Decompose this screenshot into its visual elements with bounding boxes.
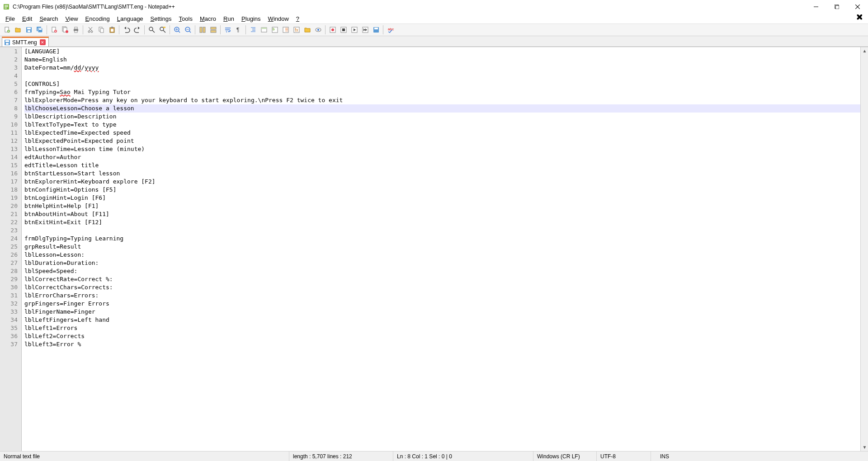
- new-file-button[interactable]: [2, 25, 12, 35]
- code-line[interactable]: lblSpeed=Speed:: [24, 267, 860, 275]
- code-line[interactable]: edtTitle=Lesson title: [24, 161, 860, 169]
- status-eol[interactable]: Windows (CR LF): [533, 452, 597, 461]
- menu-plugins[interactable]: Plugins: [238, 14, 264, 23]
- code-line[interactable]: frmDlgTyping=Typing Learning: [24, 235, 860, 243]
- paste-button[interactable]: [107, 25, 117, 35]
- code-line[interactable]: lblLeft1=Errors: [24, 324, 860, 332]
- indent-guide-button[interactable]: [248, 25, 258, 35]
- code-line[interactable]: edtAuthor=Author: [24, 153, 860, 161]
- record-button[interactable]: [327, 25, 338, 35]
- cut-button[interactable]: [85, 25, 95, 35]
- code-line[interactable]: btnAboutHint=About [F11]: [24, 210, 860, 218]
- open-file-button[interactable]: [13, 25, 23, 35]
- zoom-out-button[interactable]: [183, 25, 193, 35]
- doc-list-button[interactable]: [280, 25, 291, 35]
- doc-map-button[interactable]: [269, 25, 280, 35]
- code-line[interactable]: lblFingerName=Finger: [24, 308, 860, 316]
- stop-record-button[interactable]: [338, 25, 349, 35]
- menu-run[interactable]: Run: [220, 14, 238, 23]
- folder-button[interactable]: [302, 25, 312, 35]
- code-line[interactable]: [CONTROLS]: [24, 80, 860, 88]
- menu-search[interactable]: Search: [36, 14, 61, 23]
- code-line[interactable]: grpFingers=Finger Errors: [24, 300, 860, 308]
- maximize-button[interactable]: [826, 0, 847, 14]
- minimize-button[interactable]: [806, 0, 826, 14]
- zoom-in-button[interactable]: [172, 25, 182, 35]
- menu-edit[interactable]: Edit: [19, 14, 36, 23]
- svg-rect-67: [285, 28, 288, 28]
- vertical-scrollbar[interactable]: ▲ ▼: [860, 47, 868, 451]
- menu-window[interactable]: Window: [264, 14, 292, 23]
- tab-close-button[interactable]: ✕: [40, 39, 46, 45]
- code-line[interactable]: [LANGUAGE]: [24, 47, 860, 56]
- close-all-button[interactable]: [60, 25, 70, 35]
- function-list-button[interactable]: fx: [291, 25, 302, 35]
- redo-button[interactable]: [132, 25, 142, 35]
- sync-v-button[interactable]: [197, 25, 208, 35]
- undo-button[interactable]: [121, 25, 132, 35]
- menu-file[interactable]: File: [2, 14, 19, 23]
- udl-button[interactable]: [259, 25, 269, 35]
- code-line[interactable]: lblExpectedTime=Expected speed: [24, 129, 860, 137]
- svg-rect-64: [273, 29, 275, 29]
- code-line[interactable]: [24, 226, 860, 235]
- menu-tools[interactable]: Tools: [175, 14, 196, 23]
- status-insert[interactable]: INS: [651, 452, 868, 461]
- code-line[interactable]: lblTextToType=Text to type: [24, 121, 860, 129]
- code-line[interactable]: [24, 72, 860, 80]
- save-macro-button[interactable]: [371, 25, 381, 35]
- scroll-up-button[interactable]: ▲: [861, 47, 868, 55]
- menu-help2[interactable]: ?: [292, 14, 303, 23]
- code-line[interactable]: lblExplorerMode=Press any key on your ke…: [24, 96, 860, 104]
- code-line[interactable]: lblChooseLesson=Choose a lesson: [24, 104, 860, 113]
- sync-h-button[interactable]: [208, 25, 218, 35]
- svg-rect-69: [285, 31, 288, 31]
- wordwrap-button[interactable]: [222, 25, 233, 35]
- code-line[interactable]: lblCorrectRate=Correct %:: [24, 275, 860, 283]
- menu-view[interactable]: View: [62, 14, 82, 23]
- code-line[interactable]: lblDuration=Duration:: [24, 259, 860, 267]
- monitor-button[interactable]: [313, 25, 323, 35]
- menu-macro[interactable]: Macro: [196, 14, 220, 23]
- code-line[interactable]: btnLoginHint=Login [F6]: [24, 194, 860, 202]
- code-line[interactable]: btnStartLesson=Start lesson: [24, 169, 860, 178]
- status-encoding[interactable]: UTF-8: [597, 452, 651, 461]
- code-line[interactable]: lblLeft2=Corrects: [24, 332, 860, 340]
- play-multi-button[interactable]: [360, 25, 370, 35]
- code-line[interactable]: frmTyping=Sao Mai Typing Tutor: [24, 88, 860, 96]
- code-line[interactable]: btnConfigHint=Options [F5]: [24, 186, 860, 194]
- file-tab[interactable]: SMTT.eng ✕: [2, 37, 49, 47]
- code-line[interactable]: grpResult=Result: [24, 243, 860, 251]
- save-all-button[interactable]: [34, 25, 45, 35]
- code-line[interactable]: Name=English: [24, 56, 860, 64]
- code-line[interactable]: lblLeft3=Error %: [24, 340, 860, 348]
- show-all-chars-button[interactable]: ¶: [233, 25, 244, 35]
- code-line[interactable]: btnHelpHint=Help [F1]: [24, 202, 860, 210]
- code-line[interactable]: lblLessonTime=Lesson time (minute): [24, 145, 860, 153]
- code-line[interactable]: btnExplorerHint=Keyboard explore [F2]: [24, 178, 860, 186]
- play-button[interactable]: [349, 25, 359, 35]
- status-length: length : 5,707 lines : 212: [289, 452, 393, 461]
- menu-settings[interactable]: Settings: [147, 14, 175, 23]
- spellcheck-button[interactable]: abc: [385, 25, 396, 35]
- close-button[interactable]: [847, 0, 868, 14]
- code-line[interactable]: DateFormat=mm/dd/yyyy: [24, 64, 860, 72]
- code-line[interactable]: lblErrorChars=Errors:: [24, 292, 860, 300]
- code-area[interactable]: [LANGUAGE]Name=EnglishDateFormat=mm/dd/y…: [22, 47, 860, 451]
- find-button[interactable]: [146, 25, 157, 35]
- code-line[interactable]: btnExitHint=Exit [F12]: [24, 218, 860, 226]
- save-button[interactable]: [24, 25, 34, 35]
- code-line[interactable]: lblLeftFingers=Left hand: [24, 316, 860, 324]
- code-line[interactable]: lblCorrectChars=Corrects:: [24, 283, 860, 292]
- copy-button[interactable]: [96, 25, 106, 35]
- close-file-button[interactable]: [49, 25, 59, 35]
- replace-button[interactable]: [157, 25, 168, 35]
- scroll-down-button[interactable]: ▼: [861, 443, 868, 451]
- menu-encoding[interactable]: Encoding: [82, 14, 113, 23]
- code-line[interactable]: lblExpectedPoint=Expected point: [24, 137, 860, 145]
- code-line[interactable]: lblDescription=Description: [24, 113, 860, 121]
- doc-close-button[interactable]: 🗙: [854, 14, 865, 21]
- menu-language[interactable]: Language: [113, 14, 147, 23]
- code-line[interactable]: lblLesson=Lesson:: [24, 251, 860, 259]
- print-button[interactable]: [71, 25, 81, 35]
